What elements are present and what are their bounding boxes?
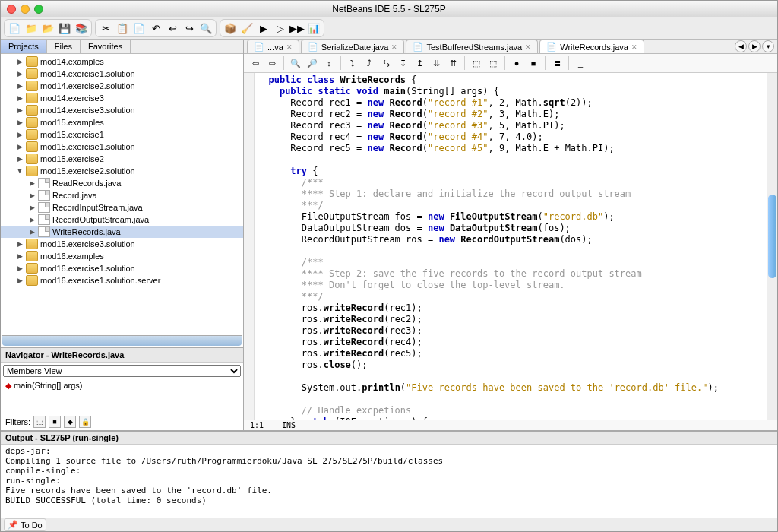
tree-pkg-mod16.exercise1.solution[interactable]: ▶mod16.exercise1.solution [1, 262, 243, 274]
editor-toolbtn-11[interactable]: ↥ [413, 56, 426, 70]
build-icon[interactable]: 📦 [223, 21, 238, 36]
tab-list-icon[interactable]: ▾ [762, 40, 774, 52]
tree-java-ReadRecords.java[interactable]: ▶ReadRecords.java [1, 177, 243, 189]
filter-1[interactable]: ⬚ [33, 416, 46, 428]
expand-icon[interactable]: ▶ [28, 204, 36, 211]
expand-icon[interactable]: ▶ [16, 277, 24, 284]
profile-icon[interactable]: 📊 [306, 21, 321, 36]
code-editor[interactable]: public class WriteRecords { public stati… [255, 73, 767, 420]
filter-3[interactable]: ◆ [64, 416, 76, 428]
clean-build-icon[interactable]: 🧹 [239, 21, 255, 36]
tree-pkg-mod15.exercise3.solution[interactable]: ▶mod15.exercise3.solution [1, 238, 243, 250]
tree-pkg-mod15.exercise1.solution[interactable]: ▶mod15.exercise1.solution [1, 141, 243, 153]
tree-pkg-mod14.exercise3.solution[interactable]: ▶mod14.exercise3.solution [1, 104, 243, 116]
save-icon[interactable]: 💾 [57, 21, 72, 36]
expand-icon[interactable]: ▶ [16, 143, 24, 150]
expand-icon[interactable]: ▶ [16, 58, 24, 65]
navigator-view-select[interactable]: Members View [3, 365, 241, 377]
tab-next-icon[interactable]: ▶ [748, 40, 761, 52]
run-icon[interactable]: ▶ [256, 21, 271, 36]
editor-tab[interactable]: 📄WriteRecords.java✕ [539, 40, 644, 53]
editor-toolbtn-1[interactable]: ⇨ [265, 56, 279, 70]
run-main-icon[interactable]: ▶▶ [289, 21, 305, 36]
close-tab-icon[interactable]: ✕ [631, 43, 637, 51]
expand-icon[interactable]: ▶ [16, 82, 24, 90]
editor-toolbtn-7[interactable]: ⤵ [346, 56, 359, 70]
editor-toolbtn-15[interactable]: ⬚ [470, 56, 483, 70]
editor-tab[interactable]: 📄...va✕ [247, 40, 299, 53]
editor-toolbtn-18[interactable]: ● [510, 56, 523, 70]
back-icon[interactable]: ↶ [148, 21, 163, 36]
fold-gutter[interactable] [244, 73, 255, 420]
tree-pkg-mod16.examples[interactable]: ▶mod16.examples [1, 250, 243, 262]
editor-toolbtn-21[interactable]: ≣ [550, 56, 564, 70]
editor-toolbtn-13[interactable]: ⇈ [446, 56, 460, 70]
expand-icon[interactable]: ▶ [16, 240, 24, 248]
save-all-icon[interactable]: 📚 [74, 21, 89, 36]
open-icon[interactable]: 📂 [40, 21, 55, 36]
navigator-member[interactable]: ◆ main(String[] args) [1, 379, 243, 413]
tree-hscrollbar[interactable] [2, 335, 242, 346]
copy-icon[interactable]: 📋 [115, 21, 130, 36]
expand-icon[interactable]: ▶ [16, 131, 24, 138]
project-tab-favorites[interactable]: Favorites [81, 40, 131, 53]
editor-toolbtn-5[interactable]: ↕ [322, 56, 336, 70]
editor-toolbtn-19[interactable]: ■ [527, 56, 540, 70]
expand-icon[interactable]: ▶ [16, 106, 24, 114]
filter-4[interactable]: 🔒 [79, 416, 91, 428]
new-project-icon[interactable]: 📁 [24, 21, 39, 36]
tree-pkg-mod15.exercise1[interactable]: ▶mod15.exercise1 [1, 128, 243, 141]
expand-icon[interactable]: ▶ [16, 94, 24, 102]
editor-toolbtn-23[interactable]: _ [574, 56, 587, 70]
cut-icon[interactable]: ✂ [98, 21, 113, 36]
tree-pkg-mod14.exercise3[interactable]: ▶mod14.exercise3 [1, 92, 243, 104]
tree-pkg-mod14.exercise1.solution[interactable]: ▶mod14.exercise1.solution [1, 68, 243, 80]
expand-icon[interactable]: ▶ [16, 119, 24, 126]
expand-icon[interactable]: ▶ [28, 179, 36, 187]
redo-icon[interactable]: ↪ [182, 21, 197, 36]
editor-toolbtn-4[interactable]: 🔎 [305, 56, 319, 70]
filter-2[interactable]: ■ [49, 416, 61, 428]
tree-java-RecordInputStream.java[interactable]: ▶RecordInputStream.java [1, 201, 243, 214]
find-icon[interactable]: 🔍 [198, 21, 213, 36]
editor-toolbtn-0[interactable]: ⇦ [248, 56, 262, 70]
editor-toolbtn-3[interactable]: 🔍 [289, 56, 302, 70]
expand-icon[interactable]: ▶ [28, 216, 36, 223]
tree-java-WriteRecords.java[interactable]: ▶WriteRecords.java [1, 226, 243, 238]
debug-icon[interactable]: ▷ [273, 21, 288, 36]
close-tab-icon[interactable]: ✕ [286, 43, 293, 51]
tree-java-Record.java[interactable]: ▶Record.java [1, 189, 243, 201]
close-tab-icon[interactable]: ✕ [391, 43, 397, 51]
tree-pkg-mod16.exercise1.solution.server[interactable]: ▶mod16.exercise1.solution.server [1, 274, 243, 287]
expand-icon[interactable]: ▶ [16, 155, 24, 163]
expand-icon[interactable]: ▶ [28, 228, 36, 236]
tree-pkg-mod14.examples[interactable]: ▶mod14.examples [1, 55, 243, 68]
expand-icon[interactable]: ▼ [16, 167, 24, 175]
expand-icon[interactable]: ▶ [16, 264, 24, 272]
tree-pkg-mod14.exercise2.solution[interactable]: ▶mod14.exercise2.solution [1, 80, 243, 92]
tree-pkg-mod15.exercise2[interactable]: ▶mod15.exercise2 [1, 153, 243, 165]
expand-icon[interactable]: ▶ [16, 70, 24, 78]
editor-toolbtn-10[interactable]: ↧ [396, 56, 410, 70]
paste-icon[interactable]: 📄 [131, 21, 147, 36]
tree-pkg-mod15.exercise2.solution[interactable]: ▼mod15.exercise2.solution [1, 165, 243, 177]
project-tab-files[interactable]: Files [47, 40, 81, 53]
output-body[interactable]: deps-jar: Compiling 1 source file to /Us… [1, 445, 777, 518]
editor-toolbtn-16[interactable]: ⬚ [486, 56, 500, 70]
editor-tab[interactable]: 📄SerializeDate.java✕ [301, 40, 405, 53]
project-tab-projects[interactable]: Projects [1, 40, 47, 53]
expand-icon[interactable]: ▶ [16, 252, 24, 260]
close-tab-icon[interactable]: ✕ [525, 43, 531, 51]
expand-icon[interactable]: ▶ [28, 192, 36, 199]
editor-tab[interactable]: 📄TestBufferedStreams.java✕ [406, 40, 538, 53]
undo-icon[interactable]: ↩ [165, 21, 180, 36]
new-file-icon[interactable]: 📄 [7, 21, 22, 36]
tree-pkg-mod15.examples[interactable]: ▶mod15.examples [1, 116, 243, 128]
editor-toolbtn-12[interactable]: ⇊ [429, 56, 443, 70]
todo-button[interactable]: 📌 To Do [4, 518, 46, 531]
tree-java-RecordOutputStream.java[interactable]: ▶RecordOutputStream.java [1, 214, 243, 226]
editor-vscrollbar[interactable] [767, 73, 777, 420]
tab-prev-icon[interactable]: ◀ [735, 40, 747, 52]
editor-toolbtn-9[interactable]: ⇆ [379, 56, 393, 70]
editor-toolbtn-8[interactable]: ⤴ [362, 56, 376, 70]
